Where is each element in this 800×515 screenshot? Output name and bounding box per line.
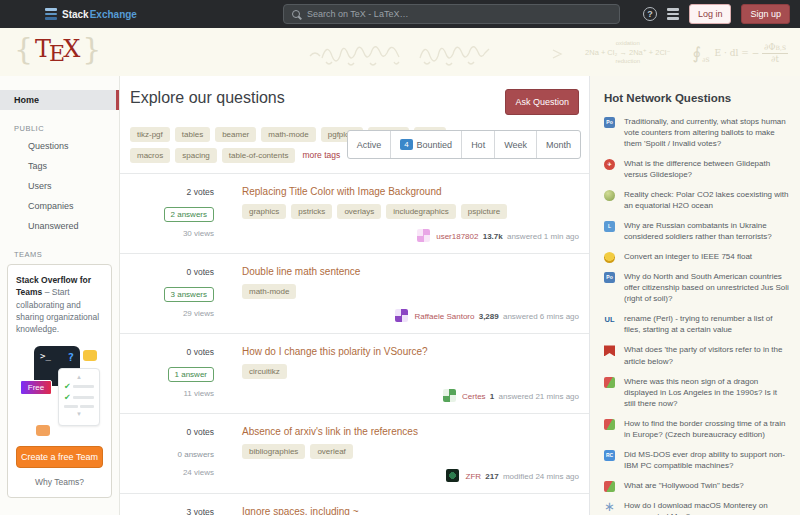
header-math-decoration: oxidation 2Na + Cl₂ → 2Na⁺ + 2Cl⁻ reduct… xyxy=(308,36,788,70)
hot-question-link[interactable]: How to find the border crossing time of … xyxy=(604,418,790,440)
why-teams-link[interactable]: Why Teams? xyxy=(16,477,103,487)
create-team-button[interactable]: Create a free Team xyxy=(16,446,103,468)
hot-network-questions: Hot Network Questions Po Traditionally, … xyxy=(590,76,800,515)
filter-tabs: Active 4 Bountied Hot Week Month xyxy=(347,130,581,159)
politics-icon: Po xyxy=(604,117,615,128)
site-switcher-icon[interactable] xyxy=(667,8,679,20)
ask-question-button[interactable]: Ask Question xyxy=(505,89,579,115)
tag-chip[interactable]: overleaf xyxy=(310,444,352,459)
question-tags: graphicspstricksoverlaysincludegraphicsp… xyxy=(242,204,579,219)
question-title-link[interactable]: Double line math sentence xyxy=(242,266,579,277)
hot-question-link[interactable]: What does 'the party of visitors refer t… xyxy=(604,344,790,366)
filter-tab-label: Bountied xyxy=(417,140,453,150)
filter-tab[interactable]: Hot xyxy=(461,131,494,158)
hot-question-link[interactable]: ✈ What is the difference between Glidepa… xyxy=(604,158,790,180)
sidebar-nav-item[interactable]: Users xyxy=(0,176,119,196)
tag-chip[interactable]: pspicture xyxy=(461,204,507,219)
aviation-icon: ✈ xyxy=(604,159,615,170)
hot-question-link[interactable]: Po Traditionally, and currently, what st… xyxy=(604,116,790,149)
question-tags: math-mode xyxy=(242,284,579,299)
code-golf-icon xyxy=(604,252,615,263)
unix-linux-icon: UL xyxy=(604,314,615,325)
hot-questions-title: Hot Network Questions xyxy=(604,92,790,104)
search-input[interactable] xyxy=(307,9,611,19)
tag-chip[interactable]: tables xyxy=(175,127,210,142)
avatar[interactable] xyxy=(417,229,430,242)
search-box[interactable] xyxy=(283,4,620,24)
question-row: 0 votes 3 answers 29 views Double line m… xyxy=(120,253,589,333)
hot-question-text: Reality check: Polar CO2 lakes coexistin… xyxy=(624,190,789,210)
tag-chip[interactable]: math-mode xyxy=(242,284,296,299)
filter-tab-label: Hot xyxy=(471,140,485,150)
hot-question-link[interactable]: Reality check: Polar CO2 lakes coexistin… xyxy=(604,189,790,211)
hot-question-link[interactable]: Convert an integer to IEEE 754 float xyxy=(604,251,790,262)
sidebar-nav-item[interactable]: Tags xyxy=(0,156,119,176)
tag-chip[interactable]: graphics xyxy=(242,204,286,219)
logo-brace-right: } xyxy=(82,31,101,66)
hot-question-text: What is the difference between Glidepath… xyxy=(624,159,770,179)
username-link[interactable]: Certes xyxy=(462,392,486,401)
avatar[interactable] xyxy=(395,309,408,322)
question-row: 3 votes 2 answers 39 views Ignore spaces… xyxy=(120,493,589,515)
tag-chip[interactable]: overlays xyxy=(337,204,381,219)
script-squiggle-decoration xyxy=(308,36,563,70)
avatar[interactable] xyxy=(446,469,459,482)
tag-chip[interactable]: bibliographies xyxy=(242,444,305,459)
username-link[interactable]: user187802 xyxy=(436,232,478,241)
tag-chip[interactable]: math-mode xyxy=(261,127,315,142)
username-link[interactable]: ZFR xyxy=(466,472,482,481)
speech-bubble-icon xyxy=(36,425,50,436)
politics-icon: Po xyxy=(604,272,615,283)
reputation-score: 217 xyxy=(485,472,498,481)
sidebar-nav-item[interactable]: Unanswered xyxy=(0,216,119,236)
hot-question-link[interactable]: Po Why do North and South American count… xyxy=(604,271,790,304)
filter-tab[interactable]: Active xyxy=(348,131,391,158)
question-list: 2 votes 2 answers 30 views Replacing Tit… xyxy=(120,173,589,515)
tag-chip[interactable]: macros xyxy=(130,148,170,163)
filter-tab[interactable]: 4 Bountied xyxy=(390,131,461,158)
law-icon: L xyxy=(604,221,615,232)
tex-site-logo[interactable]: {TEX} xyxy=(14,31,101,66)
signup-button[interactable]: Sign up xyxy=(741,4,790,24)
top-bar: Stack Exchange ? Log in Sign up xyxy=(0,0,800,28)
sidebar-item-home[interactable]: Home xyxy=(0,90,119,110)
reputation-score: 1 xyxy=(490,392,494,401)
logo-brace-left: { xyxy=(14,31,33,66)
stackexchange-logo[interactable]: Stack Exchange xyxy=(45,8,137,20)
activity-timestamp: answered 6 mins ago xyxy=(503,312,579,321)
question-title-link[interactable]: How do I change this polarity in VSource… xyxy=(242,346,579,357)
sidebar-nav-item[interactable]: Companies xyxy=(0,196,119,216)
tag-chip[interactable]: includegraphics xyxy=(386,204,456,219)
hot-question-link[interactable]: L Why are Russian combatants in Ukraine … xyxy=(604,220,790,242)
tag-chip[interactable]: tikz-pgf xyxy=(130,127,170,142)
question-meta: user187802 13.7k answered 1 min ago xyxy=(242,229,579,242)
help-icon[interactable]: ? xyxy=(643,7,657,21)
tag-chip[interactable]: beamer xyxy=(215,127,256,142)
more-tags-link[interactable]: more tags xyxy=(300,147,342,163)
sidebar-nav-item[interactable]: Questions xyxy=(0,136,119,156)
login-button[interactable]: Log in xyxy=(689,4,732,24)
filter-tab[interactable]: Month xyxy=(536,131,580,158)
tag-chip[interactable]: spacing xyxy=(175,148,217,163)
filter-tab[interactable]: Week xyxy=(494,131,536,158)
avatar[interactable] xyxy=(443,389,456,402)
hot-question-link[interactable]: RC Did MS-DOS ever drop ability to suppo… xyxy=(604,449,790,471)
tag-chip[interactable]: table-of-contents xyxy=(222,148,296,163)
hot-question-link[interactable]: UL rename (Perl) - trying to renumber a … xyxy=(604,313,790,335)
hot-question-link[interactable]: What are "Hollywood Twin" beds? xyxy=(604,480,790,491)
tag-chip[interactable]: pstricks xyxy=(291,204,332,219)
username-link[interactable]: Raffaele Santoro xyxy=(415,312,475,321)
question-stats: 0 votes 3 answers 29 views xyxy=(130,265,214,322)
question-title-link[interactable]: Absence of arxiv's link in the reference… xyxy=(242,426,579,437)
filter-tab-label: Month xyxy=(546,140,571,150)
question-stats: 0 votes 0 answers 24 views xyxy=(130,425,214,482)
answer-count-badge: 0 answers xyxy=(178,448,214,461)
hot-question-link[interactable]: Where was this neon sign of a dragon dis… xyxy=(604,376,790,409)
tag-chip[interactable]: circuitikz xyxy=(242,364,287,379)
site-header: {TEX} oxidation 2Na + Cl₂ → 2Na⁺ + 2Cl⁻ … xyxy=(0,28,800,76)
teams-promo-card: Stack Overflow for Teams – Start collabo… xyxy=(7,264,112,498)
question-title-link[interactable]: Replacing Title Color with Image Backgro… xyxy=(242,186,579,197)
page-title: Explore our questions xyxy=(130,89,285,107)
question-title-link[interactable]: Ignore spaces, including ~ xyxy=(242,506,579,515)
hot-question-link[interactable]: ∗ How do I download macOS Monterey on un… xyxy=(604,500,790,515)
